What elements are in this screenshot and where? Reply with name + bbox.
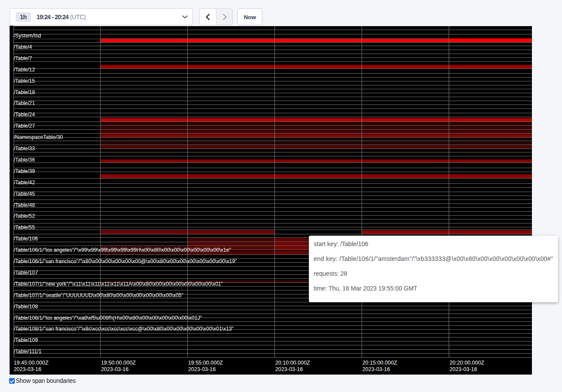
svg-text:/Table/106: /Table/106	[14, 236, 38, 242]
svg-text:/Table/107: /Table/107	[14, 269, 38, 275]
svg-text:2023-03-16: 2023-03-16	[450, 366, 477, 372]
svg-text:2023-03-16: 2023-03-16	[101, 366, 129, 372]
svg-text:/Table/4: /Table/4	[14, 44, 32, 50]
svg-text:19:45:00.000Z: 19:45:00.000Z	[14, 359, 48, 365]
svg-text:/System/tsd: /System/tsd	[14, 33, 41, 39]
svg-text:/Table/24: /Table/24	[14, 112, 35, 118]
svg-text:2023-03-16: 2023-03-16	[188, 366, 216, 372]
svg-text:19:55:00.000Z: 19:55:00.000Z	[188, 359, 223, 365]
svg-text:/Table/18: /Table/18	[14, 89, 35, 95]
svg-text:2023-03-16: 2023-03-16	[362, 366, 390, 372]
svg-text:2023-03-16: 2023-03-16	[275, 366, 303, 372]
svg-text:/Table/21: /Table/21	[14, 100, 35, 106]
svg-text:/Table/108/1/"san francisco"/": /Table/108/1/"san francisco"/"\x8c\xcc\x…	[14, 326, 234, 332]
svg-text:/Table/45: /Table/45	[14, 190, 35, 196]
svg-text:/Table/42: /Table/42	[14, 179, 35, 185]
svg-text:/Table/12: /Table/12	[14, 66, 35, 72]
svg-text:20:20:00.000Z: 20:20:00.000Z	[450, 359, 484, 365]
svg-text:19:50:00.000Z: 19:50:00.000Z	[101, 359, 136, 365]
svg-text:/Table/48: /Table/48	[14, 202, 35, 208]
svg-text:20:10:00.000Z: 20:10:00.000Z	[275, 359, 310, 365]
svg-text:/Table/107/1/"new york"/"\x11\: /Table/107/1/"new york"/"\x11\x11\x11\x1…	[14, 280, 223, 287]
svg-text:/Table/39: /Table/39	[14, 168, 35, 174]
svg-text:/Table/7: /Table/7	[14, 55, 32, 61]
svg-text:/Table/111/1: /Table/111/1	[14, 348, 42, 355]
svg-text:/Table/36: /Table/36	[14, 156, 35, 162]
svg-text:/Table/52: /Table/52	[14, 213, 35, 219]
svg-text:20:15:00.000Z: 20:15:00.000Z	[362, 359, 397, 365]
svg-text:/Table/33: /Table/33	[14, 145, 35, 152]
svg-text:/Table/108: /Table/108	[14, 303, 38, 309]
svg-text:/Table/109: /Table/109	[14, 337, 38, 343]
svg-text:/Table/106/1/"san francisco"/": /Table/106/1/"san francisco"/"\x80\x00\x…	[14, 258, 237, 264]
svg-text:/Table/15: /Table/15	[14, 78, 35, 84]
svg-text:/NamespaceTable/30: /NamespaceTable/30	[14, 134, 63, 140]
svg-text:/Table/107/1/"seattle"/"UUUUUU: /Table/107/1/"seattle"/"UUUUUUD\x00\x80\…	[14, 292, 183, 298]
svg-text:/Table/106/1/"los angeles"/"\x: /Table/106/1/"los angeles"/"\x99\x99\x99…	[14, 247, 231, 253]
svg-text:/Table/55: /Table/55	[14, 224, 35, 230]
svg-text:/Table/108/1/"los angeles"/"\x: /Table/108/1/"los angeles"/"\xa8\xf5\u00…	[14, 314, 202, 321]
svg-text:2023-03-16: 2023-03-16	[14, 366, 41, 372]
svg-text:/Table/27: /Table/27	[14, 123, 35, 129]
